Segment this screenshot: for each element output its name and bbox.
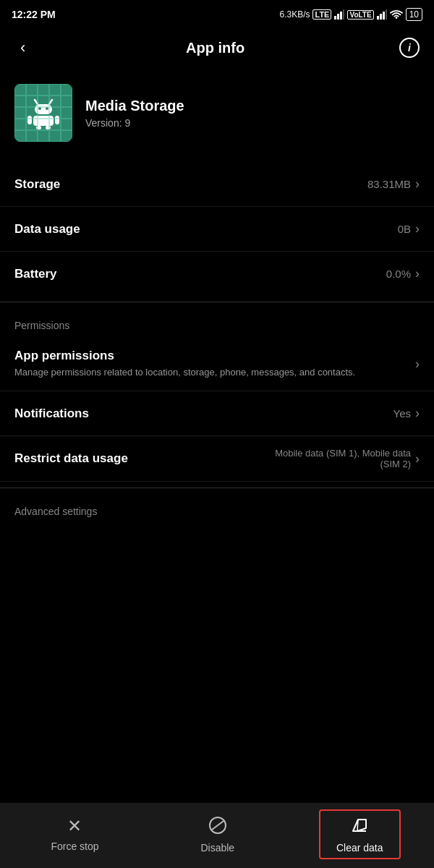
svg-rect-1 (337, 14, 339, 20)
clear-data-button[interactable]: Clear data (319, 809, 401, 859)
svg-rect-5 (380, 14, 382, 20)
signal-icon-1 (334, 9, 344, 20)
svg-rect-2 (340, 12, 342, 20)
bottom-action-bar: ✕ Force stop Disable Clear data (0, 803, 434, 868)
battery-value: 0.0% › (386, 266, 420, 281)
svg-rect-6 (383, 12, 385, 20)
network-speed: 6.3KB/s (279, 9, 310, 20)
disable-icon (208, 815, 228, 838)
advanced-section-label: Advanced settings (0, 494, 434, 523)
force-stop-label: Force stop (51, 841, 98, 852)
status-time: 12:22 PM (12, 9, 56, 20)
restrict-data-chevron: › (415, 451, 420, 467)
data-usage-label: Data usage (14, 222, 80, 237)
app-permissions-desc: Manage permissions related to location, … (14, 366, 408, 379)
app-details: Media Storage Version: 9 (85, 98, 184, 129)
permissions-section-label: Permissions (0, 308, 434, 337)
app-permissions-content: App permissions Manage permissions relat… (14, 349, 415, 379)
lte-icon: LTE (312, 9, 331, 20)
divider-2 (0, 488, 434, 488)
restrict-data-row[interactable]: Restrict data usage Mobile data (SIM 1),… (0, 436, 434, 482)
app-version: Version: 9 (85, 117, 184, 129)
notifications-value: Yes › (393, 406, 420, 421)
force-stop-icon: ✕ (67, 816, 82, 836)
disable-button[interactable]: Disable (183, 809, 252, 859)
app-permissions-title: App permissions (14, 349, 408, 363)
force-stop-button[interactable]: ✕ Force stop (33, 810, 116, 858)
app-permissions-row[interactable]: App permissions Manage permissions relat… (0, 337, 434, 391)
back-button[interactable]: ‹ (14, 35, 31, 60)
storage-chevron: › (415, 176, 420, 192)
app-info-header: ‹ App info i (0, 26, 434, 69)
disable-label: Disable (200, 842, 234, 854)
volte-icon: VoLTE (347, 10, 373, 20)
clear-data-svg (349, 815, 370, 835)
status-bar: 12:22 PM 6.3KB/s LTE VoLTE (0, 0, 434, 26)
wifi-icon (390, 9, 403, 20)
info-button[interactable]: i (399, 38, 420, 58)
restrict-data-value: Mobile data (SIM 1), Mobile data (SIM 2)… (275, 448, 420, 469)
svg-line-20 (212, 821, 224, 830)
divider-1 (0, 302, 434, 302)
svg-marker-21 (353, 820, 366, 831)
clear-data-icon (349, 815, 370, 838)
data-usage-value: 0B › (398, 221, 420, 237)
battery-chevron: › (415, 266, 420, 281)
app-icon-grid (14, 84, 72, 142)
page-title: App info (31, 40, 399, 56)
battery-row[interactable]: Battery 0.0% › (0, 252, 434, 296)
notifications-row[interactable]: Notifications Yes › (0, 391, 434, 436)
app-permissions-chevron: › (415, 357, 420, 372)
svg-rect-7 (386, 9, 387, 20)
battery-level: 10 (406, 8, 422, 21)
clear-data-label: Clear data (336, 842, 383, 854)
battery-label: Battery (14, 267, 57, 281)
storage-label: Storage (14, 177, 60, 192)
svg-rect-4 (377, 16, 379, 20)
app-name: Media Storage (85, 98, 184, 114)
data-usage-row[interactable]: Data usage 0B › (0, 207, 434, 252)
svg-point-8 (395, 17, 397, 19)
app-info-section: Media Storage Version: 9 (0, 69, 434, 162)
signal-icon-2 (377, 9, 387, 20)
svg-rect-0 (334, 16, 336, 20)
advanced-section: Advanced settings (0, 494, 434, 523)
app-icon (14, 84, 72, 142)
storage-row[interactable]: Storage 83.31MB › (0, 162, 434, 207)
notifications-chevron: › (415, 406, 420, 421)
restrict-data-label: Restrict data usage (14, 451, 128, 466)
data-usage-chevron: › (415, 221, 420, 237)
disable-svg (208, 815, 228, 835)
settings-list: Storage 83.31MB › Data usage 0B › Batter… (0, 162, 434, 296)
permissions-section: Permissions App permissions Manage permi… (0, 308, 434, 482)
notifications-label: Notifications (14, 407, 89, 421)
svg-line-23 (357, 820, 358, 831)
status-right-icons: 6.3KB/s LTE VoLTE 10 (279, 8, 422, 21)
svg-rect-3 (343, 9, 344, 20)
storage-value: 83.31MB › (367, 176, 420, 192)
